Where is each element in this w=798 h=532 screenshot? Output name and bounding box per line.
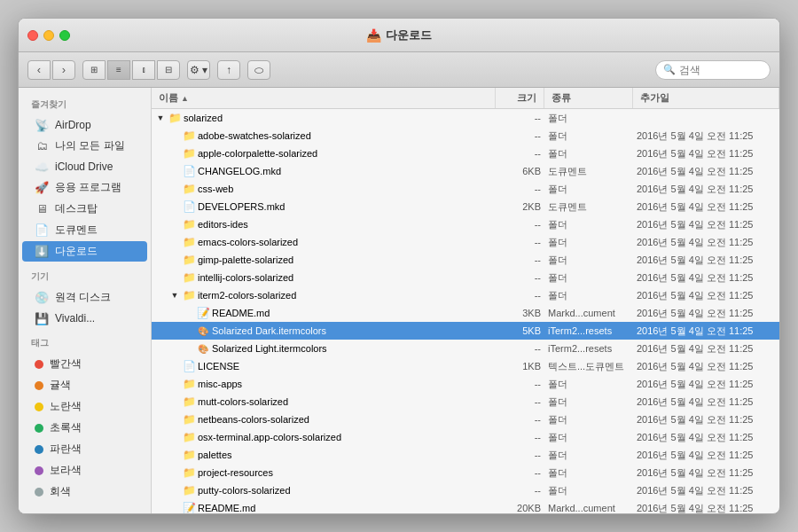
sidebar-item-remotedisk[interactable]: 💿 원격 디스크 [22, 287, 147, 308]
minimize-button[interactable] [43, 30, 54, 41]
tag-red-dot [35, 360, 43, 369]
sidebar-item-icloud[interactable]: ☁️ iCloud Drive [22, 157, 147, 176]
sidebar-item-desktop[interactable]: 🖥 데스크탑 [22, 199, 147, 219]
table-row[interactable]: 📄LICENSE1KB텍스트...도큐멘트2016년 5월 4일 오전 11:2… [152, 357, 779, 375]
table-row[interactable]: 📁misc-apps--폴더2016년 5월 4일 오전 11:25 [152, 375, 779, 393]
folder-icon: 📁 [182, 483, 196, 497]
disclosure-triangle [169, 184, 180, 194]
disclosure-triangle [169, 450, 180, 460]
sidebar-item-downloads[interactable]: ⬇️ 다운로드 [22, 241, 147, 262]
column-view-button[interactable]: ⫾ [132, 60, 155, 80]
table-row[interactable]: ▼📁solarized--폴더 [152, 109, 779, 127]
disclosure-triangle [184, 343, 194, 354]
sidebar-item-airdrop[interactable]: 📡 AirDrop [22, 115, 147, 135]
list-view-button[interactable]: ≡ [107, 60, 130, 80]
window-title: 📥 다운로드 [366, 27, 432, 43]
file-kind-cell: 폴더 [544, 180, 633, 198]
folder-icon: 📁 [182, 146, 196, 160]
sidebar-item-tag-yellow[interactable]: 노란색 [22, 396, 147, 417]
table-row[interactable]: 📁mutt-colors-solarized--폴더2016년 5월 4일 오전… [152, 393, 779, 411]
sidebar: 즐겨찾기 📡 AirDrop 🗂 나의 모든 파일 ☁️ iCloud Driv… [19, 88, 152, 513]
sidebar-item-allfiles[interactable]: 🗂 나의 모든 파일 [22, 136, 147, 156]
favorites-section-label: 즐겨찾기 [19, 95, 151, 114]
file-name-text: apple-colorpalette-solarized [198, 148, 317, 159]
table-row[interactable]: 📁osx-terminal.app-colors-solarized--폴더20… [152, 428, 779, 446]
sidebar-item-tag-purple[interactable]: 보라색 [22, 460, 147, 481]
table-row[interactable]: 📄CHANGELOG.mkd6KB도큐멘트2016년 5월 4일 오전 11:2… [152, 162, 779, 180]
share-button[interactable]: ↑ [217, 60, 240, 80]
file-name-cell: 📁adobe-swatches-solarized [152, 127, 496, 145]
table-row[interactable]: 📁css-web--폴더2016년 5월 4일 오전 11:25 [152, 180, 779, 198]
maximize-button[interactable] [59, 30, 70, 41]
file-name-text: putty-colors-solarized [198, 485, 291, 496]
sidebar-item-tag-orange[interactable]: 귤색 [22, 375, 147, 395]
file-date-cell: 2016년 5월 4일 오전 11:25 [633, 180, 779, 198]
table-row[interactable]: ▼📁iterm2-colors-solarized--폴더2016년 5월 4일… [152, 286, 779, 304]
file-kind-cell: Markd...cument [544, 499, 633, 513]
table-row[interactable]: 📁apple-colorpalette-solarized--폴더2016년 5… [152, 145, 779, 162]
file-kind-cell: 폴더 [544, 127, 633, 145]
sidebar-item-apps[interactable]: 🚀 응용 프로그램 [22, 177, 147, 198]
file-size-cell: -- [496, 109, 544, 127]
file-name-text: solarized [184, 113, 223, 123]
disclosure-triangle [169, 148, 180, 159]
table-row[interactable]: 📁editors-ides--폴더2016년 5월 4일 오전 11:25 [152, 215, 779, 233]
file-name-text: README.md [198, 503, 255, 513]
sidebar-item-vivaldi[interactable]: 💾 Vivaldi... [22, 309, 147, 328]
tag-button[interactable]: ⬭ [247, 60, 270, 80]
file-size-cell: -- [496, 269, 544, 286]
folder-icon: 📁 [182, 235, 196, 249]
disclosure-triangle [169, 237, 180, 247]
disclosure-triangle[interactable]: ▼ [169, 290, 180, 301]
header-kind[interactable]: 종류 [544, 88, 633, 108]
sidebar-item-tag-green[interactable]: 초록색 [22, 418, 147, 438]
table-row[interactable]: 📁gimp-palette-solarized--폴더2016년 5월 4일 오… [152, 251, 779, 269]
folder-icon: 📁 [182, 253, 196, 267]
forward-button[interactable]: › [52, 60, 75, 80]
folder-icon: 📁 [182, 466, 196, 480]
table-row[interactable]: 📁netbeans-colors-solarized--폴더2016년 5월 4… [152, 411, 779, 428]
table-row[interactable]: 🎨Solarized Light.itermcolors--iTerm2...r… [152, 340, 779, 357]
apps-icon: 🚀 [35, 181, 49, 195]
file-name-text: adobe-swatches-solarized [198, 130, 311, 141]
header-size[interactable]: 크기 [496, 88, 544, 108]
file-date-cell: 2016년 5월 4일 오전 11:25 [633, 215, 779, 233]
action-button[interactable]: ⚙ ▾ [187, 60, 210, 80]
file-date-cell: 2016년 5월 4일 오전 11:25 [633, 481, 779, 499]
cover-flow-button[interactable]: ⊟ [157, 60, 180, 80]
disclosure-triangle[interactable]: ▼ [155, 113, 166, 123]
back-button[interactable]: ‹ [27, 60, 51, 80]
sidebar-item-tag-blue[interactable]: 파란색 [22, 439, 147, 459]
table-row[interactable]: 📁putty-colors-solarized--폴더2016년 5월 4일 오… [152, 481, 779, 499]
file-kind-cell: 폴더 [544, 251, 633, 269]
table-row[interactable]: 📁palettes--폴더2016년 5월 4일 오전 11:25 [152, 446, 779, 464]
table-row[interactable]: 📄DEVELOPERS.mkd2KB도큐멘트2016년 5월 4일 오전 11:… [152, 198, 779, 215]
table-row[interactable]: 📁project-resources--폴더2016년 5월 4일 오전 11:… [152, 464, 779, 481]
search-input[interactable] [679, 64, 763, 76]
tag-green-dot [35, 424, 43, 433]
remotedisk-icon: 💿 [35, 291, 49, 305]
file-name-cell: 📁project-resources [152, 464, 496, 481]
sidebar-item-documents[interactable]: 📄 도큐멘트 [22, 220, 147, 240]
icon-view-button[interactable]: ⊞ [82, 60, 106, 80]
close-button[interactable] [27, 30, 38, 41]
sidebar-item-label: AirDrop [55, 119, 91, 131]
file-name-text: CHANGELOG.mkd [198, 166, 281, 176]
file-kind-cell: 폴더 [544, 375, 633, 393]
table-row[interactable]: 🎨Solarized Dark.itermcolors5KBiTerm2...r… [152, 322, 779, 340]
table-row[interactable]: 📁adobe-swatches-solarized--폴더2016년 5월 4일… [152, 127, 779, 145]
file-size-cell: -- [496, 127, 544, 145]
table-row[interactable]: 📁emacs-colors-solarized--폴더2016년 5월 4일 오… [152, 233, 779, 251]
file-kind-cell: 텍스트...도큐멘트 [544, 357, 633, 375]
table-row[interactable]: 📝README.md3KBMarkd...cument2016년 5월 4일 오… [152, 304, 779, 322]
file-kind-cell: 폴더 [544, 428, 633, 446]
header-name[interactable]: 이름 ▲ [152, 88, 496, 108]
sidebar-item-tag-gray[interactable]: 회색 [22, 481, 147, 502]
search-box[interactable]: 🔍 [655, 60, 771, 80]
disclosure-triangle [169, 254, 180, 265]
header-date[interactable]: 추가일 [633, 88, 779, 108]
table-row[interactable]: 📝README.md20KBMarkd...cument2016년 5월 4일 … [152, 499, 779, 513]
sidebar-item-tag-red[interactable]: 빨간색 [22, 354, 147, 374]
table-row[interactable]: 📁intellij-colors-solarized--폴더2016년 5월 4… [152, 269, 779, 286]
file-name-text: project-resources [198, 467, 273, 478]
